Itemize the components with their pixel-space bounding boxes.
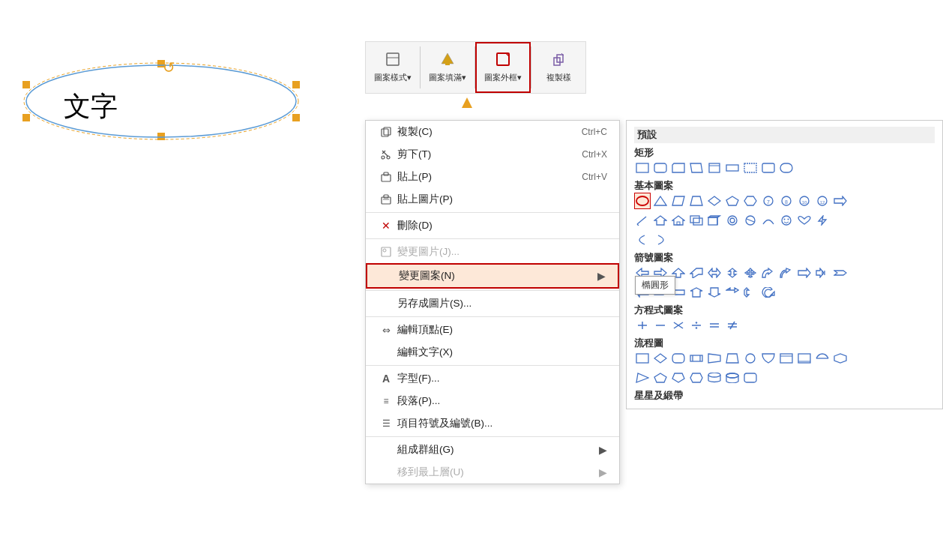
menu-item-font[interactable]: A 字型(F)...: [366, 367, 619, 390]
shape-bracket-right[interactable]: [652, 232, 669, 248]
svg-rect-27: [636, 163, 648, 172]
pattern-fill-button[interactable]: 圖案填滿▾: [421, 42, 474, 93]
shape-arrow-notch[interactable]: [832, 265, 849, 281]
shape-rect-2[interactable]: [652, 160, 669, 176]
menu-item-save-image[interactable]: 另存成圖片(S)...: [366, 292, 619, 315]
shape-pentagon[interactable]: [724, 193, 741, 209]
shape-eq-notequal[interactable]: [724, 317, 741, 334]
shape-circle-12[interactable]: 12: [814, 193, 831, 209]
shape-heart[interactable]: [796, 212, 813, 229]
shape-flow-3[interactable]: [670, 350, 687, 367]
menu-item-edit-text[interactable]: 編輯文字(X): [366, 341, 619, 364]
menu-item-copy[interactable]: 複製(C) Ctrl+C: [366, 121, 619, 143]
rotation-handle[interactable]: ↺: [163, 58, 179, 75]
shape-flow-16[interactable]: [688, 370, 705, 386]
pattern-fill-label: 圖案填滿▾: [429, 72, 466, 83]
shape-rect-4[interactable]: [688, 160, 705, 176]
svg-point-26: [383, 249, 386, 252]
shape-flow-15[interactable]: [670, 370, 687, 386]
shape-triangle[interactable]: [652, 193, 669, 209]
shape-eq-divide[interactable]: [688, 317, 705, 334]
shape-arrow-upright[interactable]: [688, 265, 705, 281]
shape-circle-7[interactable]: 7: [760, 193, 777, 209]
shape-flow-6[interactable]: [724, 350, 741, 367]
menu-item-edit-points[interactable]: ⇔ 編輯頂點(E): [366, 319, 619, 341]
menu-item-paragraph[interactable]: ≡ 段落(P)...: [366, 390, 619, 412]
shape-arrow-up2[interactable]: [688, 284, 705, 301]
shape-arrow-turn2[interactable]: [778, 265, 795, 281]
shape-bracket-left[interactable]: [634, 232, 651, 248]
shape-arrow-stripe[interactable]: [814, 265, 831, 281]
shape-flow-10[interactable]: [796, 350, 813, 367]
shape-flow-12[interactable]: [832, 350, 849, 367]
shape-lightning[interactable]: [814, 212, 831, 229]
shape-smiley[interactable]: [778, 212, 795, 229]
shape-hexagon[interactable]: [742, 193, 759, 209]
shape-flow-2[interactable]: [652, 350, 669, 367]
copy-pattern-button[interactable]: 複製樣: [531, 42, 585, 93]
shape-rect-1[interactable]: [634, 160, 651, 176]
shape-flow-9[interactable]: [778, 350, 795, 367]
shape-eq-equal[interactable]: [706, 317, 723, 334]
shape-flow-5[interactable]: [706, 350, 723, 367]
shape-arrow-quad[interactable]: [724, 284, 741, 301]
shape-oval[interactable]: [634, 193, 651, 209]
pattern-border-button[interactable]: 圖案外框▾: [475, 42, 531, 93]
shape-no-entry[interactable]: [742, 212, 759, 229]
shape-parallelogram[interactable]: [670, 193, 687, 209]
shape-rect-3d[interactable]: [706, 212, 723, 229]
shape-arc[interactable]: [760, 212, 777, 229]
ellipse-shape[interactable]: [22, 60, 300, 142]
shape-flow-7[interactable]: [742, 350, 759, 367]
menu-item-group[interactable]: 組成群組(G) ▶: [366, 439, 619, 461]
shape-rect-8[interactable]: [760, 160, 777, 176]
shape-flow-8[interactable]: [760, 350, 777, 367]
shape-arrow-leftright[interactable]: [706, 265, 723, 281]
shape-flow-11[interactable]: [814, 350, 831, 367]
shape-flow-19[interactable]: [742, 370, 759, 386]
shape-arrow-turn[interactable]: [760, 265, 777, 281]
svg-marker-39: [708, 196, 720, 205]
shape-rect-double[interactable]: [688, 212, 705, 229]
shape-rect-9[interactable]: [778, 160, 795, 176]
menu-item-paste-image[interactable]: 貼上圖片(P): [366, 188, 619, 211]
menu-item-cut[interactable]: 剪下(T) Ctrl+X: [366, 143, 619, 166]
menu-item-bullets[interactable]: ☰ 項目符號及編號(B)...: [366, 412, 619, 435]
shape-arrow-down[interactable]: [706, 284, 723, 301]
shape-eq-minus[interactable]: [652, 317, 669, 334]
shape-rect-5[interactable]: [706, 160, 723, 176]
shape-eq-times[interactable]: [670, 317, 687, 334]
copy-pattern-label: 複製樣: [546, 72, 571, 83]
shape-trapezoid[interactable]: [688, 193, 705, 209]
shape-arrow-4way[interactable]: [742, 265, 759, 281]
shape-rect-7[interactable]: [742, 160, 759, 176]
shape-arrow-quad2[interactable]: [742, 284, 759, 301]
shape-house[interactable]: [652, 212, 669, 229]
menu-item-delete[interactable]: ✕ 刪除(D): [366, 214, 619, 237]
shape-flow-4[interactable]: [688, 350, 705, 367]
svg-point-68: [788, 219, 789, 220]
shape-flow-14[interactable]: [652, 370, 669, 386]
change-shape-label: 變更圖案(N): [399, 269, 455, 283]
shape-flow-18[interactable]: [724, 370, 741, 386]
pattern-style-button[interactable]: 圖案樣式▾: [366, 42, 420, 93]
shape-eq-plus[interactable]: [634, 317, 651, 334]
shape-rect-6[interactable]: [724, 160, 741, 176]
shapes-panel: 預設 矩形 基本圖案 7 8 10 12: [626, 120, 943, 409]
shape-arrow-right[interactable]: [832, 193, 849, 209]
shape-arrow-circ[interactable]: [760, 284, 777, 301]
shape-rect-3[interactable]: [670, 160, 687, 176]
shape-pencil[interactable]: [634, 212, 651, 229]
shape-arrow-right2[interactable]: [796, 265, 813, 281]
shape-circle-8[interactable]: 8: [778, 193, 795, 209]
shape-flow-1[interactable]: [634, 350, 651, 367]
shape-flow-13[interactable]: [634, 370, 651, 386]
shape-flow-17[interactable]: [706, 370, 723, 386]
menu-item-paste[interactable]: 貼上(P) Ctrl+V: [366, 166, 619, 188]
shape-arrow-updown[interactable]: [724, 265, 741, 281]
shape-circle-ring[interactable]: [724, 212, 741, 229]
menu-item-change-shape[interactable]: 變更圖案(N) ▶: [366, 263, 619, 289]
shape-house2[interactable]: [670, 212, 687, 229]
shape-circle-10[interactable]: 10: [796, 193, 813, 209]
shape-diamond[interactable]: [706, 193, 723, 209]
